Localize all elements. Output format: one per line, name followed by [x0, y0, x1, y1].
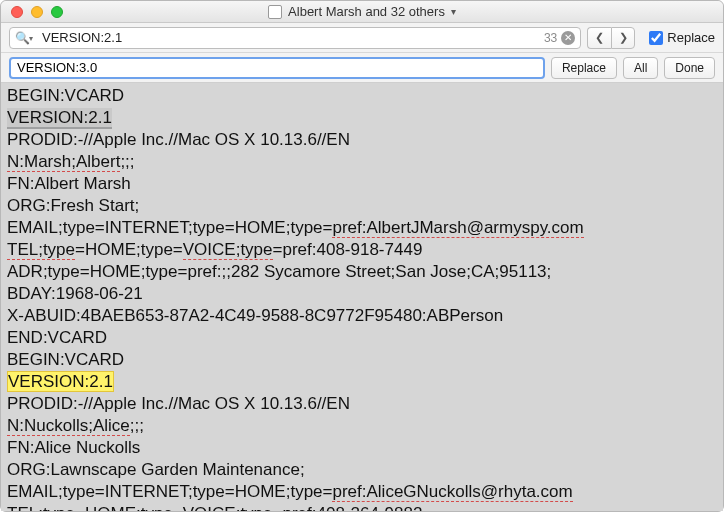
find-prev-button[interactable]: ❮ — [587, 27, 611, 49]
replace-button[interactable]: Replace — [551, 57, 617, 79]
window-controls — [11, 6, 63, 18]
clear-search-icon[interactable]: ✕ — [561, 31, 575, 45]
editor-line: X-ABUID:4BAEB653-87A2-4C49-9588-8C9772F9… — [7, 305, 717, 327]
replace-toolbar: Replace All Done — [1, 53, 723, 83]
editor-line: BEGIN:VCARD — [7, 85, 717, 107]
editor-line: VERSION:2.1 — [7, 371, 717, 393]
editor-line: EMAIL;type=INTERNET;type=HOME;type=pref:… — [7, 217, 717, 239]
close-window-button[interactable] — [11, 6, 23, 18]
minimize-window-button[interactable] — [31, 6, 43, 18]
window-title: Albert Marsh and 32 others — [288, 4, 445, 19]
zoom-window-button[interactable] — [51, 6, 63, 18]
editor-line: VERSION:2.1 — [7, 107, 717, 129]
replace-checkbox-label: Replace — [667, 30, 715, 45]
search-input[interactable] — [9, 27, 581, 49]
editor-line: ORG:Lawnscape Garden Maintenance; — [7, 459, 717, 481]
editor-line: END:VCARD — [7, 327, 717, 349]
editor-line: FN:Albert Marsh — [7, 173, 717, 195]
find-match: VERSION:2.1 — [7, 108, 112, 129]
editor-line: BDAY:1968-06-21 — [7, 283, 717, 305]
search-field-wrap: 🔍 ▾ 33 ✕ — [9, 27, 581, 49]
window: Albert Marsh and 32 others ▾ 🔍 ▾ 33 ✕ ❮ … — [0, 0, 724, 512]
editor-line: PRODID:-//Apple Inc.//Mac OS X 10.13.6//… — [7, 393, 717, 415]
replace-input[interactable] — [9, 57, 545, 79]
search-icon: 🔍 — [15, 31, 30, 45]
editor-line: FN:Alice Nuckolls — [7, 437, 717, 459]
editor-line: BEGIN:VCARD — [7, 349, 717, 371]
search-result-count: 33 — [544, 31, 557, 45]
replace-all-button[interactable]: All — [623, 57, 658, 79]
done-button[interactable]: Done — [664, 57, 715, 79]
chevron-down-icon[interactable]: ▾ — [451, 6, 456, 17]
replace-toggle[interactable]: Replace — [649, 30, 715, 45]
search-dropdown-icon[interactable]: ▾ — [29, 33, 33, 42]
text-editor[interactable]: BEGIN:VCARDVERSION:2.1PRODID:-//Apple In… — [1, 83, 723, 511]
document-icon — [268, 5, 282, 19]
editor-line: TEL;type=HOME;type=VOICE;type=pref:408-2… — [7, 503, 717, 511]
editor-line: ORG:Fresh Start; — [7, 195, 717, 217]
editor-line: PRODID:-//Apple Inc.//Mac OS X 10.13.6//… — [7, 129, 717, 151]
titlebar: Albert Marsh and 32 others ▾ — [1, 1, 723, 23]
find-nav: ❮ ❯ — [587, 27, 635, 49]
editor-line: EMAIL;type=INTERNET;type=HOME;type=pref:… — [7, 481, 717, 503]
find-next-button[interactable]: ❯ — [611, 27, 635, 49]
find-match-current: VERSION:2.1 — [7, 371, 114, 392]
replace-checkbox[interactable] — [649, 31, 663, 45]
find-toolbar: 🔍 ▾ 33 ✕ ❮ ❯ Replace — [1, 23, 723, 53]
editor-line: N:Marsh;Albert;;; — [7, 151, 717, 173]
editor-line: TEL;type=HOME;type=VOICE;type=pref:408-9… — [7, 239, 717, 261]
editor-line: ADR;type=HOME;type=pref:;;282 Sycamore S… — [7, 261, 717, 283]
editor-line: N:Nuckolls;Alice;;; — [7, 415, 717, 437]
